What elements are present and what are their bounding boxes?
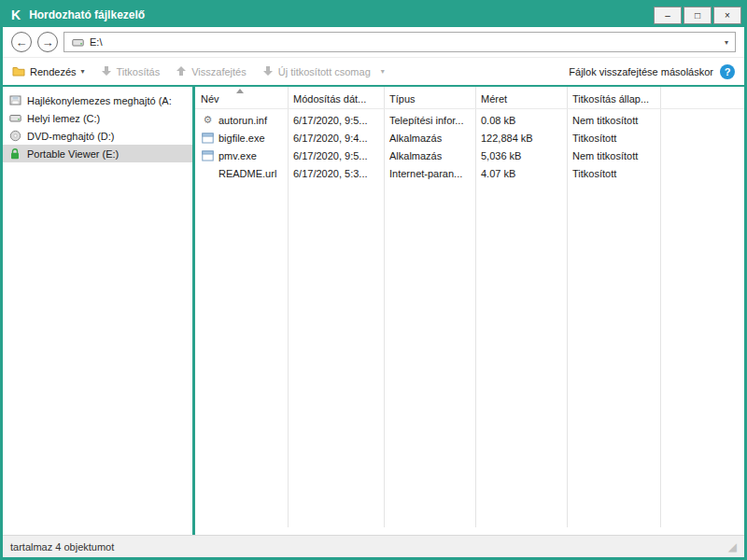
file-type: Alkalmazás xyxy=(384,133,475,144)
file-type: Internet-paran... xyxy=(384,168,475,179)
file-type: Telepítési infor... xyxy=(384,115,475,126)
application-icon xyxy=(201,133,215,144)
minimize-button[interactable]: – xyxy=(654,7,682,24)
window-controls: – □ × xyxy=(654,7,741,24)
column-header-encryption-status[interactable]: Titkosítás állap... xyxy=(567,93,660,105)
chevron-down-icon: ▾ xyxy=(81,67,85,76)
file-size: 4.07 kB xyxy=(475,168,567,179)
encrypt-button[interactable]: Titkosítás xyxy=(101,65,161,78)
decrypt-on-copy-option[interactable]: Fájlok visszafejtése másoláskor ? xyxy=(569,64,735,79)
arrow-down-icon xyxy=(262,65,274,78)
organize-label: Rendezés xyxy=(30,66,77,77)
file-size: 5,036 kB xyxy=(475,150,567,161)
chevron-down-icon[interactable]: ▾ xyxy=(381,67,385,76)
folder-icon xyxy=(12,65,25,78)
file-name: README.url xyxy=(218,168,276,179)
file-encryption-status: Titkosított xyxy=(567,133,660,144)
sidebar-item-dvd-d[interactable]: DVD-meghajtó (D:) xyxy=(3,127,192,145)
sidebar-item-label: Hajlékonylemezes meghajtó (A: xyxy=(27,95,172,106)
file-name: bigfile.exe xyxy=(218,133,265,144)
status-text: tartalmaz 4 objektumot xyxy=(10,541,114,553)
organize-button[interactable]: Rendezés ▾ xyxy=(12,65,85,78)
encrypted-drive-lock-icon xyxy=(8,147,21,160)
file-type: Alkalmazás xyxy=(384,150,475,161)
navigation-bar: ← → E:\ ▾ xyxy=(3,27,744,57)
decrypt-button[interactable]: Visszafejtés xyxy=(176,65,247,78)
file-row[interactable]: ⚙ autorun.inf 6/17/2020, 9:5... Telepíté… xyxy=(195,111,744,129)
sidebar-item-label: DVD-meghajtó (D:) xyxy=(27,131,115,142)
file-size: 0.08 kB xyxy=(475,115,567,126)
file-row[interactable]: bigfile.exe 6/17/2020, 9:4... Alkalmazás… xyxy=(195,129,744,147)
file-name: autorun.inf xyxy=(218,115,267,126)
file-list: Név Módosítás dát... Típus Méret Titkosí… xyxy=(195,87,744,535)
file-date: 6/17/2020, 5:3... xyxy=(288,168,384,179)
column-header-type[interactable]: Típus xyxy=(384,93,475,105)
new-encrypted-package-label: Új titkosított csomag xyxy=(278,66,371,77)
file-name: pmv.exe xyxy=(218,150,257,161)
sidebar-item-label: Helyi lemez (C:) xyxy=(27,113,100,124)
floppy-drive-icon xyxy=(8,94,21,106)
file-encryption-status: Titkosított xyxy=(567,168,660,179)
file-rows: ⚙ autorun.inf 6/17/2020, 9:5... Telepíté… xyxy=(195,109,744,182)
sidebar-item-floppy-a[interactable]: Hajlékonylemezes meghajtó (A: xyxy=(3,91,192,109)
file-size: 122,884 kB xyxy=(475,133,567,144)
address-dropdown-icon[interactable]: ▾ xyxy=(725,38,728,47)
main-content: Hajlékonylemezes meghajtó (A: Helyi leme… xyxy=(3,87,744,535)
close-button[interactable]: × xyxy=(713,7,741,24)
decrypt-label: Visszafejtés xyxy=(191,66,247,77)
status-bar: tartalmaz 4 objektumot ◢ xyxy=(3,535,744,557)
hard-disk-icon xyxy=(8,112,21,124)
address-text: E:\ xyxy=(90,36,102,48)
sidebar-item-label: Portable Viewer (E:) xyxy=(27,148,119,160)
sidebar-item-local-disk-c[interactable]: Helyi lemez (C:) xyxy=(3,109,192,127)
help-icon[interactable]: ? xyxy=(720,64,735,79)
decrypt-on-copy-label: Fájlok visszafejtése másoláskor xyxy=(569,66,713,77)
setup-information-icon: ⚙ xyxy=(201,115,215,125)
column-divider xyxy=(660,87,661,527)
file-row[interactable]: pmv.exe 6/17/2020, 9:5... Alkalmazás 5,0… xyxy=(195,147,744,164)
new-encrypted-package-button[interactable]: Új titkosított csomag ▾ xyxy=(262,65,385,78)
drive-icon xyxy=(71,36,84,49)
file-list-header: Név Módosítás dát... Típus Méret Titkosí… xyxy=(195,87,744,109)
drives-sidebar: Hajlékonylemezes meghajtó (A: Helyi leme… xyxy=(3,87,192,535)
column-divider xyxy=(567,87,568,527)
file-date: 6/17/2020, 9:5... xyxy=(288,115,384,126)
application-icon xyxy=(201,150,215,161)
column-divider xyxy=(288,87,289,527)
toolbar: Rendezés ▾ Titkosítás Visszafejtés Új ti… xyxy=(3,57,744,87)
dvd-drive-icon xyxy=(8,130,21,142)
arrow-up-icon xyxy=(176,65,187,78)
column-divider xyxy=(384,87,385,527)
address-bar[interactable]: E:\ ▾ xyxy=(63,32,736,52)
column-header-size[interactable]: Méret xyxy=(475,93,567,105)
titlebar: K Hordozható fájlkezelő – □ × xyxy=(3,3,744,27)
portable-file-manager-window: K Hordozható fájlkezelő – □ × ← → E:\ ▾ … xyxy=(0,0,747,560)
column-divider xyxy=(475,87,476,527)
file-encryption-status: Nem titkosított xyxy=(567,115,660,126)
file-row[interactable]: README.url 6/17/2020, 5:3... Internet-pa… xyxy=(195,164,744,182)
file-date: 6/17/2020, 9:5... xyxy=(288,150,384,161)
file-encryption-status: Nem titkosított xyxy=(567,150,660,161)
encrypt-label: Titkosítás xyxy=(117,66,161,77)
sort-ascending-icon xyxy=(236,89,244,93)
file-date: 6/17/2020, 9:4... xyxy=(288,133,384,144)
resize-grip[interactable]: ◢ xyxy=(728,541,737,553)
arrow-down-icon xyxy=(101,65,112,78)
column-header-modified[interactable]: Módosítás dát... xyxy=(288,93,384,105)
sidebar-item-portable-viewer-e[interactable]: Portable Viewer (E:) xyxy=(3,145,192,162)
window-title: Hordozható fájlkezelő xyxy=(29,8,145,21)
maximize-button[interactable]: □ xyxy=(684,7,712,24)
column-header-name[interactable]: Név xyxy=(195,93,288,105)
back-button[interactable]: ← xyxy=(11,32,32,52)
kaspersky-logo-icon: K xyxy=(11,8,21,21)
forward-button[interactable]: → xyxy=(37,32,58,52)
